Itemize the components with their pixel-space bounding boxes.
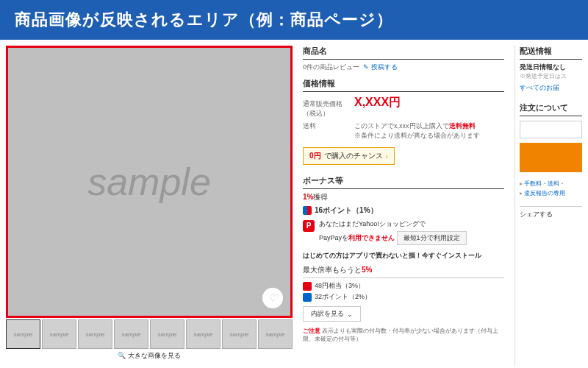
price-label: 通常販売価格 （税込） xyxy=(303,99,347,118)
info-links: 手数料・送料・ 違反報告の専用 xyxy=(520,180,582,199)
chevron-down-icon: ⌄ xyxy=(347,311,353,318)
breakdown-button[interactable]: 内訳を見る⌄ xyxy=(303,306,361,322)
paypay-icon: P xyxy=(303,220,315,232)
points-row: 16ポイント（1%） xyxy=(303,205,504,216)
price-value: X,XXX円 xyxy=(354,95,401,110)
max-rate-row: 最大倍率もらうと5% xyxy=(303,265,504,278)
paypay-notice: P あなたはまだYahoo!ショッピングで PayPayを利用できません 最短1… xyxy=(303,220,504,245)
product-name-label: 商品名 xyxy=(303,46,504,60)
delivery-all-link[interactable]: すべてのお届 xyxy=(520,83,582,93)
fee-link[interactable]: 手数料・送料・ xyxy=(520,180,582,189)
delivery-section-title: 配送情報 xyxy=(520,46,582,60)
paypay-small-icon xyxy=(303,282,312,291)
zero-yen-chance-button[interactable]: 0円で購入のチャンス› xyxy=(303,147,395,165)
thumbnail[interactable]: sample xyxy=(42,319,76,349)
delivery-note: ※発送予定日はス xyxy=(520,72,582,80)
content-area: sample ♡ sample sample sample sample sam… xyxy=(0,40,588,368)
chevron-right-icon: › xyxy=(386,152,388,160)
share-label: シェアする xyxy=(520,206,582,219)
add-to-cart-button[interactable] xyxy=(520,143,582,172)
tpoint-icon xyxy=(303,206,312,215)
bonus-percent: 1%獲得 xyxy=(303,192,504,202)
post-review-link[interactable]: ✎ 投稿する xyxy=(363,63,398,71)
price-section-title: 価格情報 xyxy=(303,78,504,92)
thumbnail-row: sample sample sample sample sample sampl… xyxy=(6,319,293,349)
paypay-setup-button[interactable]: 最短1分で利用設定 xyxy=(397,231,467,246)
thumbnail[interactable]: sample xyxy=(78,319,112,349)
watermark-text: sample xyxy=(87,160,211,204)
thumbnail[interactable]: sample xyxy=(6,319,40,349)
price-row: 通常販売価格 （税込） X,XXX円 xyxy=(303,95,504,118)
product-info-column: 商品名 0件の商品レビュー ✎ 投稿する 価格情報 通常販売価格 （税込） X,… xyxy=(298,46,509,367)
thumbnail[interactable]: sample xyxy=(186,319,220,349)
app-install-text: はじめての方はアプリで買わないと損！今すぐインストール xyxy=(303,251,504,261)
thumbnail[interactable]: sample xyxy=(222,319,257,349)
review-count: 0件の商品レビュー xyxy=(303,63,359,71)
points-value: 16ポイント（1%） xyxy=(315,205,378,216)
free-shipping-badge: 送料無料 xyxy=(449,122,476,130)
thumbnail[interactable]: sample xyxy=(258,319,293,349)
favorite-icon[interactable]: ♡ xyxy=(262,288,283,308)
sidebar-column: 配送情報 発送日情報なし ※発送予定日はス すべてのお届 注文について 手数料・… xyxy=(514,46,582,367)
caution-text: ご注意 表示よりも実際の付与数・付与率が少ない場合があります（付与上限、未確定の… xyxy=(303,328,504,343)
thumbnail[interactable]: sample xyxy=(150,319,184,349)
thumbnail[interactable]: sample xyxy=(114,319,148,349)
view-large-link[interactable]: 🔍 大きな画像を見る xyxy=(6,351,293,361)
shipping-text: このストアでx,xxx円以上購入で送料無料 ※条件により送料が異なる場合がありま… xyxy=(354,121,504,141)
main-product-image[interactable]: sample ♡ xyxy=(6,46,293,318)
rate-item: 48円相当（3%） xyxy=(303,281,504,291)
image-column: sample ♡ sample sample sample sample sam… xyxy=(6,46,293,367)
page-header: 商品画像が反映されるエリア（例：商品ページ） xyxy=(0,0,588,40)
order-section-title: 注文について xyxy=(520,100,582,116)
tpoint-small-icon xyxy=(303,293,312,302)
shipping-label: 送料 xyxy=(303,121,347,141)
quantity-input[interactable] xyxy=(520,121,582,138)
shipping-row: 送料 このストアでx,xxx円以上購入で送料無料 ※条件により送料が異なる場合が… xyxy=(303,121,504,141)
delivery-sub: 発送日情報なし xyxy=(520,63,582,72)
review-row: 0件の商品レビュー ✎ 投稿する xyxy=(303,63,504,72)
report-link[interactable]: 違反報告の専用 xyxy=(520,189,582,199)
rate-item: 32ポイント（2%） xyxy=(303,292,504,302)
bonus-section-title: ボーナス等 xyxy=(303,175,504,189)
